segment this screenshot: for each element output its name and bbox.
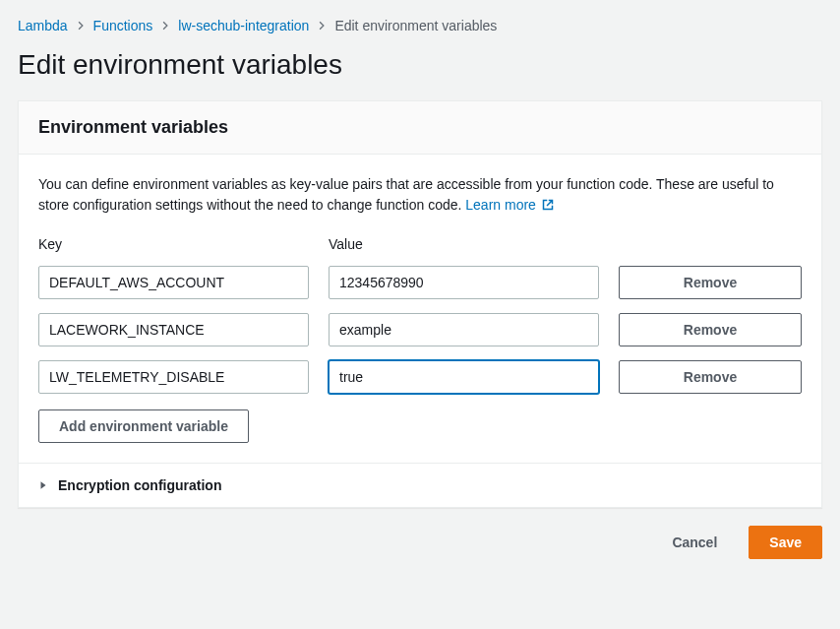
- encryption-config-toggle[interactable]: Encryption configuration: [19, 463, 821, 507]
- learn-more-link[interactable]: Learn more: [465, 197, 553, 213]
- encryption-config-label: Encryption configuration: [58, 477, 221, 493]
- breadcrumb-functions[interactable]: Functions: [93, 18, 153, 33]
- caret-right-icon: [38, 480, 48, 490]
- value-column-header: Value: [329, 236, 599, 252]
- remove-button[interactable]: Remove: [619, 266, 802, 299]
- env-value-input[interactable]: [329, 360, 599, 394]
- env-value-input[interactable]: [329, 266, 599, 299]
- chevron-right-icon: [76, 21, 86, 31]
- env-value-input[interactable]: [329, 313, 599, 346]
- panel-header: Environment variables: [19, 101, 821, 155]
- breadcrumb: Lambda Functions lw-sechub-integration E…: [18, 18, 822, 33]
- cancel-button[interactable]: Cancel: [652, 526, 737, 559]
- panel-description: You can define environment variables as …: [38, 174, 802, 217]
- page-title: Edit environment variables: [18, 49, 822, 81]
- breadcrumb-lambda[interactable]: Lambda: [18, 18, 68, 33]
- env-key-input[interactable]: [38, 313, 309, 346]
- breadcrumb-current: Edit environment variables: [334, 18, 497, 33]
- remove-button[interactable]: Remove: [619, 360, 802, 394]
- env-vars-panel: Environment variables You can define env…: [18, 100, 822, 508]
- remove-button[interactable]: Remove: [619, 313, 802, 346]
- panel-heading: Environment variables: [38, 117, 802, 138]
- save-button[interactable]: Save: [749, 526, 822, 559]
- footer-actions: Cancel Save: [18, 526, 822, 559]
- chevron-right-icon: [160, 21, 170, 31]
- env-key-input[interactable]: [38, 266, 309, 299]
- chevron-right-icon: [317, 21, 327, 31]
- external-link-icon: [542, 196, 554, 217]
- env-vars-grid: Key Value Remove Remove Remove: [38, 236, 802, 394]
- key-column-header: Key: [38, 236, 309, 252]
- add-env-var-button[interactable]: Add environment variable: [38, 409, 249, 443]
- breadcrumb-function-name[interactable]: lw-sechub-integration: [178, 18, 309, 33]
- env-key-input[interactable]: [38, 360, 309, 394]
